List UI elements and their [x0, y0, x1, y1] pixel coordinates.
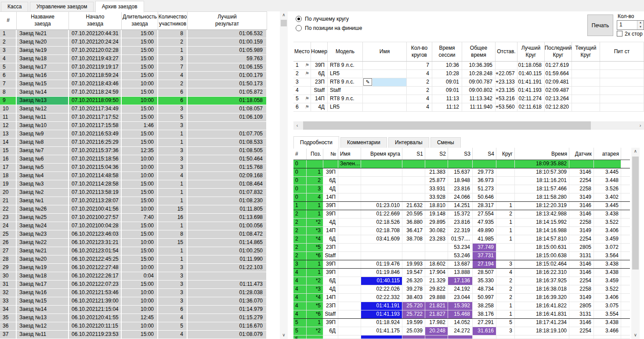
detail-row[interactable]: 4*523П01:41.19125.72021.82115.39238.2581…: [293, 302, 630, 310]
result-row[interactable]: 323ПRT8 9 л.с.✎209:0109:00.787+23.13301:…: [293, 78, 644, 87]
detail-row[interactable]: 2139П01:22.66920.59519.14815.37227.55421…: [293, 210, 630, 219]
races-header-cell[interactable]: Лучший результат: [188, 12, 267, 29]
detail-row[interactable]: 034Д33.93123.81651.27318:11:57.46622583.…: [293, 185, 630, 193]
race-row[interactable]: 15Заезд №707.10.202115:37:3612:35301:08.…: [0, 147, 267, 155]
stepper-down-icon[interactable]: ▼: [637, 25, 644, 29]
race-row[interactable]: 24Заезд №2407.10.202100:04:2815:00101:00…: [0, 222, 267, 230]
race-row[interactable]: 7Заезд №1507.10.202118:43:4610:00201:50.…: [0, 80, 267, 88]
race-row[interactable]: 19Заезд №307.10.202114:28:5815:00101:08.…: [0, 180, 267, 189]
race-row[interactable]: 32Заезд №1606.10.202121:53:4610:00301:28…: [0, 289, 267, 297]
tab-comments[interactable]: Комментарии: [340, 137, 387, 148]
results-header-cell[interactable]: Общее время: [462, 42, 496, 61]
race-row[interactable]: 1Заезд №2107.10.202120:44:3115:00801:06.…: [0, 30, 267, 38]
results-header-cell[interactable]: Текущий Круг: [572, 42, 600, 61]
details-header-cell[interactable]: Время: [515, 148, 569, 160]
race-row[interactable]: 35Заезд №1306.10.202120:41:5512:45401:15…: [0, 314, 267, 322]
detail-row[interactable]: 2*6Staff53.24637.73118:15:00.63831313.56…: [293, 252, 630, 260]
race-row[interactable]: 33Заезд №1506.10.202121:39:0010:00301:36…: [0, 297, 267, 306]
scroll-down-icon[interactable]: ∨: [631, 332, 640, 339]
tab-kassa[interactable]: Касса: [1, 2, 28, 11]
tab-race-control[interactable]: Управление заездом: [30, 2, 94, 11]
race-row[interactable]: 6Заезд №1607.10.202118:59:2415:00401:00.…: [0, 72, 267, 80]
scroll-right-icon[interactable]: ›: [637, 121, 644, 130]
scrollbar-thumb[interactable]: [303, 121, 591, 130]
race-row[interactable]: 21Заезд №107.10.202113:28:0715:00101:08.…: [0, 197, 267, 205]
scroll-up-icon[interactable]: ∧: [631, 148, 640, 155]
duplex-checkbox[interactable]: [617, 31, 622, 36]
results-header-cell[interactable]: Кол-во кругов: [407, 42, 432, 61]
race-row[interactable]: 23Заезд №2507.10.202100:27:577:401601:13…: [0, 214, 267, 222]
details-header-cell[interactable]: №: [323, 148, 338, 160]
race-row[interactable]: 20Заезд №207.10.202113:58:1915:00101:07.…: [0, 189, 267, 197]
qty-stepper[interactable]: 1 ▲ ▼: [617, 20, 644, 30]
race-row[interactable]: 11Заезд №1107.10.202117:17:5215:00501:06…: [0, 113, 267, 122]
stepper-up-icon[interactable]: ▲: [637, 21, 644, 25]
result-row[interactable]: 1⚑39ПRT8 9 л.с.710:3610:36.39501:18.0580…: [293, 62, 644, 70]
details-header-cell[interactable]: Поз.: [307, 148, 323, 160]
detail-row[interactable]: 4*26Д01:40.11526.32021.32917.13635.33021…: [293, 277, 630, 285]
details-header-cell[interactable]: #: [293, 148, 307, 160]
race-row[interactable]: 2Заезд №2007.10.202120:24:2415:00201:00.…: [0, 38, 267, 47]
scroll-down-icon[interactable]: ∨: [280, 332, 288, 339]
result-row[interactable]: 6⚑4ДLR5411:1211:11.940+53.56002:11.61802…: [293, 103, 644, 112]
tab-details[interactable]: Подробности: [293, 136, 339, 149]
detail-row[interactable]: 1139П01:23.01021.63218.81014.25128.31711…: [293, 202, 630, 210]
tab-shifts[interactable]: Смены: [431, 137, 461, 148]
race-row[interactable]: 26Заезд №2206.10.202123:31:2110:001501:1…: [0, 239, 267, 247]
details-header-cell[interactable]: Имя: [338, 148, 361, 160]
race-row[interactable]: 17Заезд №507.10.202115:04:3610:00301:15.…: [0, 164, 267, 172]
details-header-cell[interactable]: S3: [448, 148, 473, 160]
scrollbar-thumb[interactable]: [281, 20, 287, 26]
detail-row[interactable]: 4*414П02:22.33238.40329.88823.04450.9972…: [293, 294, 630, 302]
qty-value[interactable]: 1: [617, 21, 637, 29]
tab-race-archive[interactable]: Архив заездов: [95, 1, 144, 12]
details-header-cell[interactable]: Время круга: [361, 148, 402, 160]
result-row[interactable]: 4StaffStaff209:0109:00.802+23.13501:41.1…: [293, 87, 644, 95]
detail-row[interactable]: 2*314П02:18.70836.41730.08222.31949.8901…: [293, 227, 630, 235]
race-row[interactable]: 27Заезд №2106.10.202123:01:5415:00101:00…: [0, 247, 267, 255]
races-header-cell[interactable]: Название заезда: [17, 12, 69, 29]
details-header-cell[interactable]: Датчик: [569, 148, 594, 160]
result-row[interactable]: 5⚑14ПRT8 9 л.с.411:1311:13.342+53.21602:…: [293, 95, 644, 103]
print-button[interactable]: Печать: [587, 15, 613, 36]
race-row[interactable]: 22Заезд №2607.10.202100:41:5610:001501:1…: [0, 205, 267, 214]
race-row[interactable]: 9Заезд №1307.10.202118:09:5010:00601:18.…: [0, 97, 267, 105]
race-row[interactable]: 29Заезд №1906.10.202122:27:4810:00301:22…: [0, 264, 267, 272]
races-scrollbar[interactable]: ∧ ∨: [280, 11, 288, 339]
results-h-scrollbar[interactable]: ‹ ›: [293, 121, 644, 130]
race-row[interactable]: 3Заезд №1907.10.202120:02:2815:00101:05.…: [0, 47, 267, 55]
radio-icon[interactable]: [296, 16, 302, 22]
details-header-cell[interactable]: S4: [473, 148, 496, 160]
results-header-cell[interactable]: Модель: [328, 42, 363, 61]
details-header-cell[interactable]: атарея: [594, 148, 621, 160]
race-row[interactable]: 25Заезд №2306.10.202123:46:0315:00801:08…: [0, 230, 267, 239]
race-row[interactable]: 12Заезд №1007.10.202117:15:581:463: [0, 122, 267, 130]
results-header-cell[interactable]: Отстав.: [496, 42, 517, 61]
details-header-cell[interactable]: Круг: [496, 148, 515, 160]
detail-row[interactable]: 4*6Staff01:41.19325.72221.82715.46838.17…: [293, 310, 630, 319]
tab-intervals[interactable]: Интервалы: [388, 137, 429, 148]
races-header-cell[interactable]: #: [0, 12, 17, 29]
result-row[interactable]: 2⚑6ДLR5410:2810:28.248+22.05701:40.11501…: [293, 70, 644, 78]
detail-row[interactable]: 5: [293, 335, 630, 339]
race-row[interactable]: 8Заезд №1407.10.202118:24:5915:00601:05.…: [0, 88, 267, 97]
race-row[interactable]: 16Заезд №607.10.202115:18:5610:00301:50.…: [0, 155, 267, 164]
edit-field[interactable]: [373, 78, 406, 86]
race-row[interactable]: 18Заезд №407.10.202114:48:5810:00402:09.…: [0, 172, 267, 180]
race-row[interactable]: 4Заезд №1807.10.202119:43:2715:00359.763: [0, 55, 267, 63]
race-row[interactable]: 36Заезд №1206.10.202120:11:1510:00501:16…: [0, 322, 267, 331]
detail-row[interactable]: 2*24Д02:18.52636.88029.89523.81647.93511…: [293, 219, 630, 227]
race-row[interactable]: 30Заезд №1806.10.202122:26:170:043: [0, 272, 267, 281]
detail-row[interactable]: 3139П01:19.47619.99318.60213.68727.19431…: [293, 260, 630, 269]
detail-row[interactable]: 0Зелен…18:09:35.882: [293, 160, 630, 168]
races-header-cell[interactable]: Длительность заезда: [122, 12, 158, 29]
detail-row[interactable]: 5*26Д01:41.17525.03920.24824.27231.61631…: [293, 327, 630, 335]
radio-icon[interactable]: [296, 25, 302, 31]
scroll-left-icon[interactable]: ‹: [293, 121, 301, 130]
race-row[interactable]: 34Заезд №1406.10.202121:15:0410:00601:14…: [0, 306, 267, 314]
detail-row[interactable]: 0139П21.38315.63729.77318:10:57.30931463…: [293, 168, 630, 177]
race-row[interactable]: 10Заезд №1207.10.202117:34:4915:00301:08…: [0, 105, 267, 113]
race-row[interactable]: 37Заезд №1106.10.202119:23:5315:00401:08…: [0, 331, 267, 339]
details-header-cell[interactable]: S2: [425, 148, 448, 160]
results-header-cell[interactable]: Место: [293, 42, 311, 61]
